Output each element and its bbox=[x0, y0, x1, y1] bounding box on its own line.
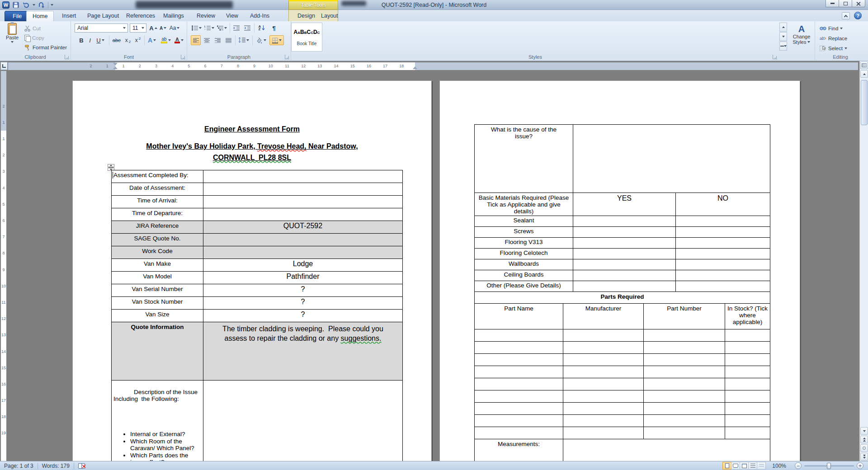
subscript-button[interactable]: x2 bbox=[123, 35, 132, 45]
tab-view[interactable]: View bbox=[220, 11, 244, 21]
zoom-out-button[interactable]: − bbox=[795, 462, 802, 469]
vertical-ruler[interactable]: 21 12345678910111213141516171819 bbox=[0, 71, 7, 461]
material-no-cell[interactable] bbox=[675, 259, 770, 270]
help-icon[interactable]: ? bbox=[854, 12, 862, 19]
material-yes-cell[interactable] bbox=[573, 259, 675, 270]
parts-name-cell[interactable] bbox=[475, 403, 563, 414]
italic-button[interactable]: I bbox=[86, 35, 94, 45]
parts-manufacturer-cell[interactable] bbox=[563, 366, 643, 378]
print-layout-view-button[interactable] bbox=[722, 462, 731, 470]
form-value-cell[interactable] bbox=[203, 208, 402, 221]
paste-button[interactable]: Paste bbox=[3, 23, 22, 43]
previous-page-button[interactable] bbox=[860, 436, 868, 443]
bullets-button[interactable] bbox=[191, 23, 203, 33]
material-no-cell[interactable] bbox=[675, 270, 770, 281]
form-label-cell[interactable]: Time of Departure: bbox=[112, 208, 203, 221]
form-label-cell[interactable]: Van Model bbox=[112, 272, 203, 284]
tab-add-ins[interactable]: Add-Ins bbox=[244, 11, 275, 21]
material-yes-cell[interactable] bbox=[573, 270, 675, 281]
parts-manufacturer-cell[interactable] bbox=[563, 403, 643, 414]
form-label-cell[interactable]: Date of Assessment: bbox=[112, 183, 203, 195]
decrease-indent-button[interactable] bbox=[231, 23, 241, 33]
form-label-cell[interactable]: Van Make bbox=[112, 259, 203, 271]
material-no-cell[interactable] bbox=[675, 238, 770, 248]
cut-button[interactable]: Cut bbox=[24, 24, 41, 33]
form-value-cell[interactable] bbox=[203, 234, 402, 246]
parts-header-instock[interactable]: In Stock? (Tick where applicable) bbox=[725, 304, 770, 329]
measurements-value-cell[interactable] bbox=[563, 439, 770, 461]
grow-font-button[interactable]: A bbox=[149, 23, 158, 33]
bold-button[interactable]: B bbox=[77, 35, 85, 45]
material-yes-cell[interactable] bbox=[573, 227, 675, 237]
material-label-cell[interactable]: Sealant bbox=[475, 216, 573, 226]
form-label-cell[interactable]: Van Size bbox=[112, 310, 203, 322]
measurements-label-cell[interactable]: Measurements: bbox=[475, 439, 563, 461]
parts-instock-cell[interactable] bbox=[725, 342, 770, 353]
form-label-cell[interactable]: Van Stock Number bbox=[112, 297, 203, 309]
parts-number-cell[interactable] bbox=[643, 427, 725, 439]
proofing-status-icon[interactable] bbox=[74, 461, 89, 470]
draft-view-button[interactable] bbox=[757, 462, 766, 470]
parts-header-manufacturer[interactable]: Manufacturer bbox=[563, 304, 643, 329]
outline-view-button[interactable] bbox=[748, 462, 757, 470]
font-dialog-launcher[interactable] bbox=[181, 55, 185, 59]
styles-scroll-up-button[interactable] bbox=[779, 23, 787, 32]
material-label-cell[interactable]: Wallboards bbox=[475, 259, 573, 270]
underline-button[interactable]: U bbox=[94, 35, 106, 45]
zoom-in-button[interactable]: + bbox=[857, 462, 863, 469]
parts-manufacturer-cell[interactable] bbox=[563, 415, 643, 427]
form-value-cell[interactable]: ? bbox=[203, 284, 402, 296]
material-no-cell[interactable] bbox=[675, 227, 770, 237]
increase-indent-button[interactable] bbox=[242, 23, 252, 33]
material-yes-cell[interactable] bbox=[573, 249, 675, 259]
align-center-button[interactable] bbox=[202, 35, 212, 45]
parts-instock-cell[interactable] bbox=[725, 378, 770, 390]
materials-parts-table[interactable]: What is the cause of the issue? Basic Ma… bbox=[474, 124, 770, 461]
cause-value-cell[interactable] bbox=[573, 125, 770, 193]
form-label-cell[interactable]: Van Serial Number bbox=[112, 284, 203, 296]
web-layout-view-button[interactable] bbox=[740, 462, 749, 470]
zoom-thumb[interactable] bbox=[827, 463, 831, 469]
parts-manufacturer-cell[interactable] bbox=[563, 427, 643, 439]
minimize-button[interactable] bbox=[826, 0, 839, 7]
parts-name-cell[interactable] bbox=[475, 378, 563, 390]
close-button[interactable] bbox=[852, 0, 865, 7]
line-spacing-button[interactable] bbox=[237, 35, 250, 45]
styles-dialog-launcher[interactable] bbox=[773, 55, 777, 59]
form-value-cell[interactable]: ? bbox=[203, 297, 402, 309]
zoom-level[interactable]: 100% bbox=[766, 461, 790, 470]
material-label-cell[interactable]: Ceiling Boards bbox=[475, 270, 573, 281]
justify-button[interactable] bbox=[223, 35, 233, 45]
hanging-indent-marker[interactable] bbox=[113, 66, 118, 69]
form-value-cell[interactable]: Pathfinder bbox=[203, 272, 402, 284]
document-page-1[interactable]: Engineer Assessment Form Mother Ivey's B… bbox=[72, 80, 432, 461]
form-value-cell[interactable] bbox=[203, 183, 402, 195]
tab-selector[interactable] bbox=[0, 62, 8, 70]
parts-name-cell[interactable] bbox=[475, 329, 563, 341]
style-gallery-item[interactable]: AaBbCcDc Book Title bbox=[291, 23, 322, 52]
form-value-cell[interactable] bbox=[203, 196, 402, 208]
show-hide-marks-button[interactable]: ¶ bbox=[269, 23, 278, 33]
parts-header-number[interactable]: Part Number bbox=[643, 304, 725, 329]
change-styles-button[interactable]: A Change Styles bbox=[790, 24, 813, 45]
highlight-color-button[interactable]: ab bbox=[160, 35, 172, 45]
right-indent-marker[interactable] bbox=[413, 66, 417, 69]
quote-label-cell[interactable]: Quote Information bbox=[112, 322, 203, 380]
parts-name-cell[interactable] bbox=[475, 354, 563, 366]
word-count[interactable]: Words: 179 bbox=[38, 461, 74, 470]
parts-number-cell[interactable] bbox=[643, 403, 725, 414]
tab-layout[interactable]: Layout bbox=[315, 11, 344, 21]
parts-name-cell[interactable] bbox=[475, 427, 563, 439]
parts-instock-cell[interactable] bbox=[725, 403, 770, 414]
format-painter-button[interactable]: Format Painter bbox=[24, 43, 67, 52]
page-indicator[interactable]: Page: 1 of 3 bbox=[0, 461, 38, 470]
minimize-ribbon-button[interactable] bbox=[842, 12, 850, 19]
form-label-cell[interactable]: SAGE Quote No. bbox=[112, 234, 203, 246]
form-label-cell[interactable]: Assessment Completed By: bbox=[112, 170, 203, 183]
assessment-form-table[interactable]: Assessment Completed By: Date of Assessm… bbox=[111, 170, 403, 461]
parts-number-cell[interactable] bbox=[643, 390, 725, 402]
replace-button[interactable]: ab Replace bbox=[820, 34, 847, 43]
select-browse-object-button[interactable] bbox=[860, 444, 868, 452]
form-value-cell[interactable]: ? bbox=[203, 310, 402, 322]
materials-label-cell[interactable]: Basic Materials Required (Please Tick as… bbox=[475, 193, 573, 216]
